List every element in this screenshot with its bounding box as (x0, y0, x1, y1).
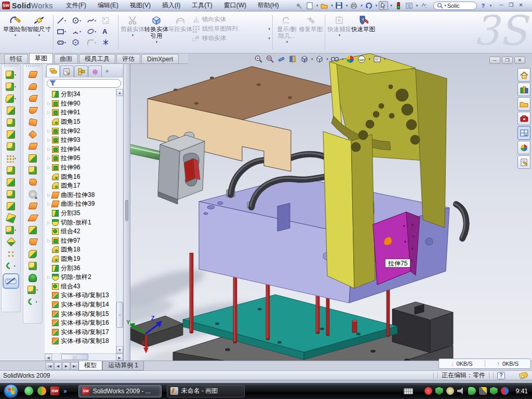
curve-icon[interactable]: ▾ (6, 260, 15, 272)
menu-view[interactable]: 视图(V) (124, 0, 156, 11)
tree-item[interactable]: 实体-移动/复制14 (46, 300, 123, 310)
view-orientation-icon[interactable] (315, 55, 325, 63)
tree-item[interactable]: 分割36 (46, 263, 123, 273)
expand-arrow-icon[interactable] (46, 101, 52, 106)
tree-item[interactable]: 实体-移动/复制16 (46, 318, 123, 328)
chevron-down-icon[interactable]: ▾ (327, 57, 329, 61)
insert-part-icon[interactable]: ▾ (6, 224, 16, 236)
circle-tool-icon[interactable]: ▾ (71, 15, 86, 26)
tree-item[interactable]: 拉伸95 (46, 154, 123, 163)
chevron-down-icon[interactable]: ▾ (390, 4, 392, 8)
quick-snaps-button[interactable]: 快速捕捉 ▾ (327, 14, 351, 37)
quick-launch-solidworks-icon[interactable]: SW (50, 387, 59, 395)
hole-wizard-icon[interactable] (7, 140, 15, 152)
ellipse-tool-icon[interactable]: ▾ (86, 26, 101, 37)
tree-item[interactable]: 曲面-拉伸39 (46, 200, 123, 209)
toolbar-grip[interactable] (4, 65, 18, 68)
dimxpert-manager-tab-icon[interactable]: ⊕ (88, 65, 102, 77)
boundary-boss-icon[interactable] (7, 128, 15, 140)
chevron-down-icon[interactable]: ▾ (64, 41, 66, 44)
toolbox-icon[interactable] (517, 112, 530, 125)
open-icon[interactable] (320, 1, 329, 10)
model-short-pin[interactable] (352, 320, 357, 332)
planar-surface-icon[interactable] (29, 140, 37, 152)
feature-tree[interactable]: 分割34 拉伸90 拉伸91 圆角15 拉伸92 拉伸93 拉伸94 拉伸95 … (45, 89, 123, 353)
tree-item[interactable]: 实体-移动/复制15 (46, 309, 123, 318)
restore-button[interactable]: ❐ (507, 2, 515, 9)
quick-launch-browser-icon[interactable] (37, 387, 46, 395)
fillet-icon[interactable]: ▾ (6, 92, 16, 104)
move-copy-body-icon[interactable] (7, 212, 15, 224)
thicken-icon[interactable] (29, 260, 37, 272)
tree-item[interactable]: 拉伸97 (46, 236, 123, 246)
section-view-icon[interactable] (288, 55, 298, 63)
select-tool-icon[interactable] (379, 1, 388, 10)
update-clock-icon[interactable] (446, 387, 454, 395)
tree-filter-box[interactable] (47, 79, 121, 88)
replace-face-icon[interactable] (29, 200, 37, 212)
tree-item[interactable]: 拉伸92 (46, 126, 123, 136)
curve-tool-icon[interactable]: ▾ (28, 296, 37, 308)
dome-icon[interactable] (29, 272, 37, 284)
selection-box-icon[interactable] (101, 15, 116, 26)
chevron-down-icon[interactable]: ▾ (346, 4, 348, 8)
chevron-down-icon[interactable]: ▾ (95, 19, 96, 22)
feature-manager-tab-icon[interactable] (46, 64, 60, 77)
tree-item[interactable]: 圆角17 (46, 181, 123, 191)
boundary-surface-icon[interactable] (29, 104, 37, 116)
model-tab[interactable]: 模型 (78, 361, 102, 370)
status-help-button[interactable]: ? (497, 372, 505, 379)
zoom-fit-icon[interactable] (254, 55, 263, 63)
search-input[interactable] (446, 2, 473, 9)
options-list-icon[interactable] (405, 1, 414, 10)
rib-icon[interactable] (7, 164, 15, 176)
knit-surface-icon[interactable] (29, 248, 37, 260)
tree-item[interactable]: 切除-放样2 (46, 273, 123, 282)
display-style-icon[interactable] (299, 55, 309, 63)
view-palette-icon[interactable] (517, 126, 530, 140)
save-icon[interactable] (335, 1, 344, 10)
slot-tool-icon[interactable]: ▾ (56, 37, 71, 48)
network-speed-overlay[interactable]: ↓0KB/S ↑0KB/S (438, 358, 531, 369)
smart-dimension-button[interactable]: 智能尺寸 ▾ (27, 14, 51, 37)
minimize-button[interactable]: ─ (497, 2, 505, 9)
shield-lightning-icon[interactable] (435, 387, 443, 395)
sync-status-icon[interactable] (501, 387, 509, 395)
menu-file[interactable]: 文件(F) (60, 0, 92, 11)
linear-pattern-icon[interactable]: ▾ (6, 152, 16, 164)
move-entities-button[interactable]: 移动实体 ▾ (192, 34, 270, 42)
tab-sketch[interactable]: 草图 (29, 53, 53, 63)
tree-item[interactable]: 拉伸94 (46, 145, 123, 154)
tree-item[interactable]: 拉伸90 (46, 99, 123, 109)
scroll-down-icon[interactable]: ▼ (116, 346, 123, 353)
text-tool-icon[interactable]: A (101, 26, 116, 37)
tab-prev-icon[interactable]: ◀ (54, 362, 62, 370)
tree-item[interactable]: 组合42 (46, 227, 123, 236)
arc-tool-icon[interactable]: ▾ (71, 26, 86, 37)
revolved-surface-icon[interactable] (29, 81, 37, 92)
delete-face-icon[interactable] (29, 188, 37, 200)
expand-arrow-icon[interactable] (46, 220, 52, 225)
tree-item[interactable]: 实体-移动/复制17 (46, 327, 123, 337)
appearances-icon[interactable] (345, 55, 355, 63)
offset-surface-icon[interactable] (29, 164, 37, 176)
doc-restore-button[interactable]: ❐ (502, 57, 513, 64)
mirror-feature-icon[interactable] (7, 200, 15, 212)
viewport-canvas[interactable] (124, 54, 532, 361)
help-icon[interactable]: ? (478, 1, 488, 10)
chevron-down-icon[interactable]: ▾ (376, 4, 378, 8)
volume-icon[interactable] (457, 387, 465, 395)
input-method-keyboard-icon[interactable] (404, 388, 413, 394)
tab-surfaces[interactable]: 曲面 (54, 54, 78, 63)
sketch-draw-button[interactable]: 草图绘制 ▾ (3, 14, 27, 37)
lofted-boss-icon[interactable] (7, 116, 15, 128)
tab-mold-tools[interactable]: 模具工具 (79, 54, 115, 63)
chevron-down-icon[interactable]: ▾ (342, 57, 344, 61)
chevron-down-icon[interactable]: ▾ (311, 57, 313, 61)
doc-minimize-button[interactable]: ─ (489, 57, 500, 64)
hide-show-items-icon[interactable] (330, 55, 340, 63)
design-library-icon[interactable] (517, 83, 530, 96)
menu-insert[interactable]: 插入(I) (156, 0, 186, 11)
tree-item[interactable]: 圆角18 (46, 245, 123, 255)
tree-item[interactable]: 圆角15 (46, 117, 123, 127)
